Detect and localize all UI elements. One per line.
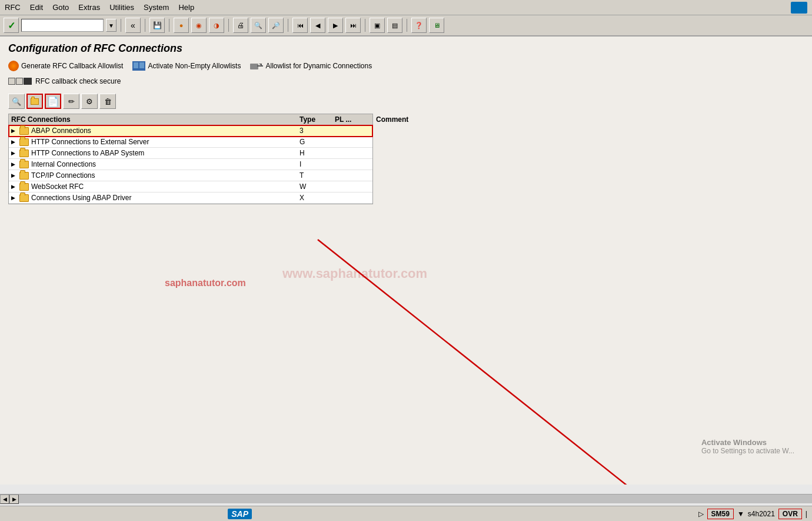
- separator-5: [288, 19, 288, 32]
- tcpip-type: T: [299, 171, 335, 180]
- expand-icon: ▶: [11, 172, 17, 178]
- menu-goto[interactable]: Goto: [52, 3, 69, 12]
- tree-search-button[interactable]: 🔍: [8, 94, 25, 109]
- generate-rfc-callback-button[interactable]: Generate RFC Callback Allowlist: [8, 61, 123, 71]
- abap-type: 3: [299, 127, 335, 135]
- allowlist-dynamic-button[interactable]: Allowlist for Dynamic Connections: [250, 62, 372, 70]
- shortcut-button-3[interactable]: ◑: [209, 18, 224, 33]
- menu-help[interactable]: Help: [178, 3, 194, 12]
- col-pl: PL ...: [335, 115, 376, 124]
- internal-folder-icon: [19, 161, 29, 168]
- mode-field: OVR: [778, 509, 802, 519]
- separator-2: [145, 19, 145, 32]
- tree-new-button[interactable]: 📄: [45, 94, 61, 109]
- tree-delete-button[interactable]: 🗑: [99, 94, 116, 109]
- back-button[interactable]: «: [125, 18, 141, 33]
- prev-page-button[interactable]: ◀: [310, 18, 325, 33]
- sap-logo: SAP: [228, 509, 252, 519]
- system-field: s4h2021: [748, 510, 775, 518]
- rfc-connections-tree: RFC Connections Type PL ... Comment ▶ AB…: [8, 114, 373, 204]
- tree-toolbar: 🔍 📄 ✏ ⚙ 🗑: [8, 94, 804, 109]
- http-ext-folder-icon: [19, 138, 29, 146]
- page-title: Configuration of RFC Connections: [8, 42, 804, 55]
- main-toolbar: ✓ ▼ « 💾 ● ◉ ◑ 🖨 🔍 🔎 ⏮ ◀ ▶ ⏭ ▣ ▤ ❓ 🖥: [0, 15, 812, 36]
- menu-system[interactable]: System: [144, 3, 169, 12]
- status-right: ▷ SM59 ▼ s4h2021 OVR |: [698, 509, 807, 519]
- col-comment: Comment: [376, 115, 408, 124]
- tree-folder-button[interactable]: [26, 94, 43, 109]
- activate-non-empty-button[interactable]: Activate Non-Empty Allowlists: [132, 61, 241, 71]
- shortcut-button-1[interactable]: ●: [174, 18, 189, 33]
- checkbox-icon-3: [24, 78, 32, 85]
- rfc-callback-label: RFC callback check secure: [35, 77, 121, 85]
- save-button[interactable]: 💾: [149, 18, 165, 33]
- http-ext-type: G: [299, 138, 335, 146]
- table-row[interactable]: ▶ TCP/IP Connections T: [9, 170, 372, 181]
- expand-icon: ▶: [11, 195, 17, 201]
- activate-icon: [132, 61, 145, 71]
- http-ext-cell: ▶ HTTP Connections to External Server: [11, 138, 299, 146]
- last-page-button[interactable]: ⏭: [345, 18, 361, 33]
- layout-button-1[interactable]: ▣: [370, 18, 385, 33]
- transaction-field[interactable]: SM59: [707, 509, 734, 519]
- command-dropdown[interactable]: ▼: [106, 19, 117, 32]
- action-buttons-row: Generate RFC Callback Allowlist Activate…: [8, 61, 804, 71]
- expand-icon: ▶: [11, 150, 17, 156]
- table-row[interactable]: ▶ ABAP Connections 3: [9, 125, 372, 137]
- tree-configure-button[interactable]: ⚙: [81, 94, 98, 109]
- table-row[interactable]: ▶ HTTP Connections to ABAP System H: [9, 148, 372, 159]
- menu-edit[interactable]: Edit: [30, 3, 43, 12]
- table-row[interactable]: ▶ WebSocket RFC W: [9, 181, 372, 193]
- abap-connections-label: ABAP Connections: [31, 127, 91, 135]
- shortcut-button-2[interactable]: ◉: [191, 18, 207, 33]
- find-next-button[interactable]: 🔎: [268, 18, 284, 33]
- scroll-left-arrow[interactable]: ◀: [0, 495, 9, 504]
- tcpip-cell: ▶ TCP/IP Connections: [11, 171, 299, 180]
- http-abap-folder-icon: [19, 150, 29, 157]
- menu-rfc[interactable]: RFC: [5, 3, 21, 12]
- help-button[interactable]: ❓: [411, 18, 427, 33]
- main-content: Configuration of RFC Connections Generat…: [0, 36, 812, 485]
- table-row[interactable]: ▶ Connections Using ABAP Driver X: [9, 193, 372, 204]
- sap-corner-icon: [791, 2, 807, 14]
- scroll-right-arrow[interactable]: ▶: [9, 495, 19, 504]
- table-row[interactable]: ▶ Internal Connections I: [9, 159, 372, 170]
- internal-type: I: [299, 160, 335, 168]
- customizing-button[interactable]: 🖥: [429, 18, 444, 33]
- status-triangle: ▷: [698, 510, 704, 518]
- rfc-callback-row: RFC callback check secure: [8, 77, 804, 85]
- abap-driver-label: Connections Using ABAP Driver: [31, 194, 132, 202]
- command-field[interactable]: [21, 19, 104, 32]
- websocket-label: WebSocket RFC: [31, 182, 84, 191]
- separator-1: [121, 19, 121, 32]
- websocket-cell: ▶ WebSocket RFC: [11, 182, 299, 191]
- http-abap-cell: ▶ HTTP Connections to ABAP System: [11, 149, 299, 157]
- abap-driver-cell: ▶ Connections Using ABAP Driver: [11, 194, 299, 202]
- layout-button-2[interactable]: ▤: [387, 18, 402, 33]
- table-row[interactable]: ▶ HTTP Connections to External Server G: [9, 137, 372, 148]
- expand-icon: ▶: [11, 184, 17, 190]
- checkbox-icon-1: [8, 78, 15, 85]
- checkbox-icon-2: [16, 78, 23, 85]
- abap-driver-folder-icon: [19, 194, 29, 202]
- find-button[interactable]: 🔍: [251, 18, 266, 33]
- tree-edit-button[interactable]: ✏: [63, 94, 79, 109]
- internal-conn-label: Internal Connections: [31, 160, 96, 168]
- print-button[interactable]: 🖨: [233, 18, 248, 33]
- svg-line-1: [318, 240, 647, 485]
- expand-icon: ▶: [11, 161, 17, 167]
- menu-utilities[interactable]: Utilities: [109, 3, 134, 12]
- horizontal-scrollbar[interactable]: ◀ ▶: [0, 494, 812, 503]
- tcpip-label: TCP/IP Connections: [31, 171, 95, 180]
- execute-button[interactable]: ✓: [4, 18, 19, 33]
- extra-field: |: [806, 510, 807, 518]
- next-page-button[interactable]: ▶: [328, 18, 343, 33]
- allowlist-icon: [250, 62, 263, 70]
- scroll-track[interactable]: [19, 495, 812, 503]
- websocket-type: W: [299, 182, 335, 191]
- separator-3: [169, 19, 169, 32]
- separator-6: [365, 19, 365, 32]
- menu-extras[interactable]: Extras: [78, 3, 100, 12]
- first-page-button[interactable]: ⏮: [292, 18, 308, 33]
- col-type: Type: [299, 115, 335, 124]
